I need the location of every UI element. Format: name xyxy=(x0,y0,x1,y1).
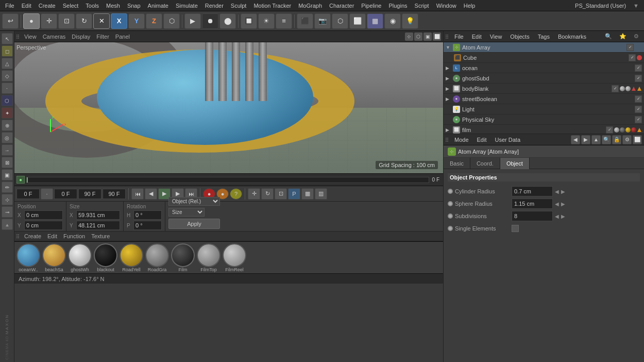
material-item-5[interactable]: RoadGra xyxy=(145,243,169,272)
subdivisions-input[interactable] xyxy=(512,211,553,221)
scale-pbtn[interactable]: ⊡ xyxy=(275,188,287,200)
scene-item-body-blank[interactable]: ▶ ⬜ bodyBlank ✓ xyxy=(444,84,644,94)
attr-tab-basic[interactable]: Basic xyxy=(444,158,470,169)
expand-icon-body[interactable]: ▶ xyxy=(446,86,451,91)
attr-tab-object[interactable]: Object xyxy=(500,158,530,169)
material-item-7[interactable]: FilmTop xyxy=(197,243,221,272)
menu-tools[interactable]: Tools xyxy=(82,3,102,9)
scene-menu-file[interactable]: File xyxy=(451,34,467,40)
menu-help[interactable]: Help xyxy=(461,3,479,9)
subdivisions-increment[interactable]: ▶ xyxy=(561,213,565,219)
sphere-radius-increment[interactable]: ▶ xyxy=(561,201,565,207)
expand-icon-ghost[interactable]: ▶ xyxy=(446,76,451,81)
scene-item-light[interactable]: ▶ 💡 Light ✓ xyxy=(444,104,644,114)
camera-button[interactable]: 📷 xyxy=(314,13,331,29)
material-item-4[interactable]: RoadYell xyxy=(120,243,143,272)
vis-toggle-5[interactable]: ✓ xyxy=(635,95,642,103)
menu-render[interactable]: Render xyxy=(202,3,227,9)
coord-system-dropdown[interactable]: Object (Rel.) xyxy=(168,197,220,206)
size-y-input[interactable]: 48.121 cm xyxy=(76,221,120,230)
y-axis-button[interactable]: Y xyxy=(128,13,145,29)
cylinder-radius-increment[interactable]: ▶ xyxy=(561,189,565,194)
mat-menu-texture[interactable]: Texture xyxy=(88,233,113,239)
expand-icon-film[interactable]: ▶ xyxy=(446,127,451,133)
move-pbtn[interactable]: ✛ xyxy=(248,188,260,200)
record-key-button[interactable]: ? xyxy=(230,188,242,200)
scene-item-cube[interactable]: ⬛ Cube ✓ xyxy=(444,53,644,63)
material-item-0[interactable]: oceanW.. xyxy=(16,243,40,272)
menu-animate[interactable]: Animate xyxy=(145,3,172,9)
point-pbtn[interactable]: P xyxy=(288,188,300,200)
subdivisions-decrement[interactable]: ◀ xyxy=(555,213,559,219)
rotate-tool[interactable]: ↻ xyxy=(76,13,92,29)
attr-menu-user-data[interactable]: User Data xyxy=(492,137,524,143)
floor-button[interactable]: ⬜ xyxy=(349,13,366,29)
light-button[interactable]: 💡 xyxy=(402,13,418,29)
perspective-button[interactable]: ⬡ xyxy=(332,13,348,29)
menu-create[interactable]: Create xyxy=(36,3,59,9)
sidebar-paint[interactable]: ✏ xyxy=(2,182,13,193)
scene-item-ghost-subd[interactable]: ▶ ● ghostSubd ✓ xyxy=(444,73,644,84)
scene-menu-view[interactable]: View xyxy=(487,34,505,40)
vis-toggle-6[interactable]: ✓ xyxy=(635,106,642,113)
scene-item-atom-array[interactable]: ▼ ⊹ Atom Array ✓ xyxy=(444,42,644,53)
scene-item-film[interactable]: ▶ ⬜ film ✓ xyxy=(444,125,644,134)
cylinder-radius-decrement[interactable]: ◀ xyxy=(555,189,559,194)
frame-start-input[interactable] xyxy=(54,189,77,199)
sidebar-edge[interactable]: ◇ xyxy=(2,70,13,81)
size-mode-dropdown[interactable]: Size xyxy=(168,208,205,217)
render-button[interactable]: ☀ xyxy=(258,13,275,29)
sphere-radius-radio[interactable] xyxy=(448,201,453,206)
sidebar-move[interactable]: → xyxy=(2,144,13,156)
menu-pipeline[interactable]: Pipeline xyxy=(358,3,384,9)
stereo-button[interactable]: ◉ xyxy=(384,13,401,29)
grid-pbtn[interactable]: ▦ xyxy=(301,188,314,200)
sidebar-subdivide[interactable]: ⊹ xyxy=(2,194,13,205)
render-queue-button[interactable]: ≡ xyxy=(276,13,292,29)
sidebar-texture[interactable]: ✦ xyxy=(2,107,13,119)
menu-motion-tracker[interactable]: Motion Tracker xyxy=(250,3,294,9)
bookmark-icon[interactable]: ⭐ xyxy=(616,33,630,40)
viewport-menu-display[interactable]: Display xyxy=(70,34,92,40)
sidebar-navigate[interactable]: ↖ xyxy=(2,33,13,44)
menu-edit[interactable]: Edit xyxy=(19,3,35,9)
menu-sculpt[interactable]: Sculpt xyxy=(228,3,250,9)
material-item-1[interactable]: beachSa xyxy=(42,243,66,272)
record-button[interactable]: ⏺ xyxy=(202,13,218,29)
expand-icon-street[interactable]: ▶ xyxy=(446,96,451,102)
sidebar-axis[interactable]: ⊕ xyxy=(2,120,13,131)
vis-toggle-1[interactable]: ✓ xyxy=(629,54,636,61)
sphere-radius-decrement[interactable]: ◀ xyxy=(555,201,559,207)
scene-menu-tags[interactable]: Tags xyxy=(535,34,553,40)
grid-button[interactable]: ▦ xyxy=(367,13,383,29)
viewport-menu-panel[interactable]: Panel xyxy=(113,34,132,40)
pos-x-input[interactable] xyxy=(24,210,63,220)
viewport-icon-2[interactable]: ⬡ xyxy=(414,32,422,41)
expand-icon-ocean[interactable]: ▶ xyxy=(446,65,451,71)
sidebar-select-rect[interactable]: ▣ xyxy=(2,169,13,180)
viewport-menu-view[interactable]: View xyxy=(22,34,39,40)
material-item-2[interactable]: ghostWh xyxy=(68,243,92,272)
select-tool[interactable]: ● xyxy=(23,13,40,29)
attr-nav-forward[interactable]: ▶ xyxy=(581,135,590,144)
scene-item-physical-sky[interactable]: ▶ ● Physical Sky ✓ xyxy=(444,114,644,125)
3d-viewport[interactable]: X Y Perspective Grid Spacing : 100 cm xyxy=(14,42,443,173)
attr-menu-edit[interactable]: Edit xyxy=(474,137,490,143)
sidebar-polygon[interactable]: △ xyxy=(2,58,13,69)
scene-item-street-boolean[interactable]: ▶ ● streetBoolean ✓ xyxy=(444,94,644,104)
attr-nav-back[interactable]: ◀ xyxy=(571,135,580,144)
cube-view-button[interactable]: ⬛ xyxy=(297,13,313,29)
size-x-input[interactable]: 59.931 cm xyxy=(76,210,120,220)
select-all-tool[interactable]: ✕ xyxy=(93,13,110,29)
expand-icon-atom-array[interactable]: ▼ xyxy=(446,45,451,50)
vis-toggle-3[interactable]: ✓ xyxy=(635,75,642,82)
sidebar-uvw[interactable]: ⬡ xyxy=(2,95,13,106)
z-axis-button[interactable]: Z xyxy=(146,13,162,29)
mat-menu-edit[interactable]: Edit xyxy=(44,233,60,239)
attr-search[interactable]: 🔍 xyxy=(602,135,611,144)
menu-file[interactable]: File xyxy=(2,3,18,9)
world-axis-button[interactable]: ⬡ xyxy=(163,13,180,29)
vis-toggle-0[interactable]: ✓ xyxy=(626,44,634,51)
sidebar-camera[interactable]: ◎ xyxy=(2,132,13,143)
attr-nav-up[interactable]: ▲ xyxy=(591,135,601,144)
